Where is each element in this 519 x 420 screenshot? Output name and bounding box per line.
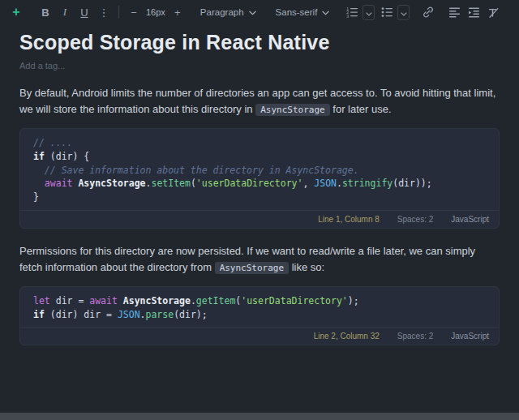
paragraph-style-label: Paragraph (200, 7, 244, 17)
decrease-font-button[interactable]: − (124, 2, 144, 22)
language-selector[interactable]: JavaScript (451, 215, 489, 224)
code-content[interactable]: let dir = await AsyncStorage.getItem('us… (20, 287, 499, 327)
toolbar-separator (118, 6, 119, 19)
svg-text:3: 3 (346, 14, 349, 18)
horizontal-scrollbar[interactable] (0, 413, 519, 420)
paragraph[interactable]: By default, Android limits the number of… (19, 85, 500, 118)
code-status-bar: Line 2, Column 32 Spaces: 2 JavaScript (20, 327, 499, 345)
link-button[interactable] (418, 2, 438, 22)
clear-formatting-icon (487, 6, 500, 19)
bullet-list-dropdown[interactable] (397, 5, 410, 20)
font-size-value: 16px (144, 7, 168, 17)
chevron-down-icon (322, 7, 329, 17)
font-family-dropdown[interactable]: Sans-serif (269, 2, 337, 22)
indent-icon (468, 6, 480, 18)
more-formatting-button[interactable]: ⋮ (94, 2, 114, 22)
underline-button[interactable]: U (75, 2, 94, 22)
paragraph-text: like so: (289, 261, 324, 273)
paragraph-text: for later use. (330, 103, 392, 115)
code-status-bar: Line 1, Column 8 Spaces: 2 JavaScript (20, 210, 499, 228)
inline-code: AsyncStorage (255, 104, 329, 116)
chevron-down-icon (401, 6, 407, 19)
spaces-setting: Spaces: 2 (397, 332, 433, 341)
code-block[interactable]: let dir = await AsyncStorage.getItem('us… (19, 286, 500, 345)
inline-code: AsyncStorage (215, 262, 289, 274)
paragraph[interactable]: Permissions for this directory are now p… (19, 243, 500, 276)
cursor-position: Line 2, Column 32 (314, 332, 380, 341)
italic-button[interactable]: I (55, 2, 75, 22)
chevron-down-icon (366, 6, 372, 19)
bold-button[interactable]: B (36, 2, 55, 22)
indent-button[interactable] (464, 2, 483, 22)
align-left-button[interactable] (444, 2, 464, 22)
paragraph-style-dropdown[interactable]: Paragraph (194, 2, 263, 22)
editor-toolbar: + B I U ⋮ − 16px + Paragraph Sans-serif … (0, 0, 519, 24)
increase-font-button[interactable]: + (168, 2, 187, 22)
spaces-setting: Spaces: 2 (397, 215, 433, 224)
tag-input[interactable] (19, 61, 198, 71)
link-icon (422, 6, 435, 19)
clear-formatting-button[interactable] (483, 2, 503, 22)
ordered-list-icon: 1 2 3 (346, 6, 358, 18)
cursor-position: Line 1, Column 8 (318, 215, 380, 224)
bullet-list-icon (381, 6, 393, 18)
language-selector[interactable]: JavaScript (451, 332, 489, 341)
align-left-icon (448, 6, 461, 18)
font-family-label: Sans-serif (276, 7, 318, 17)
code-content[interactable]: // ....if (dir) { // Save information ab… (20, 129, 499, 209)
ordered-list-button[interactable]: 1 2 3 (342, 2, 362, 22)
add-block-button[interactable]: + (6, 2, 26, 22)
code-block[interactable]: // ....if (dir) { // Save information ab… (19, 128, 500, 228)
ordered-list-dropdown[interactable] (362, 5, 375, 20)
chevron-down-icon (249, 7, 256, 17)
note-title[interactable]: Scoped Storage in React Native (19, 31, 500, 54)
bullet-list-button[interactable] (377, 2, 397, 22)
